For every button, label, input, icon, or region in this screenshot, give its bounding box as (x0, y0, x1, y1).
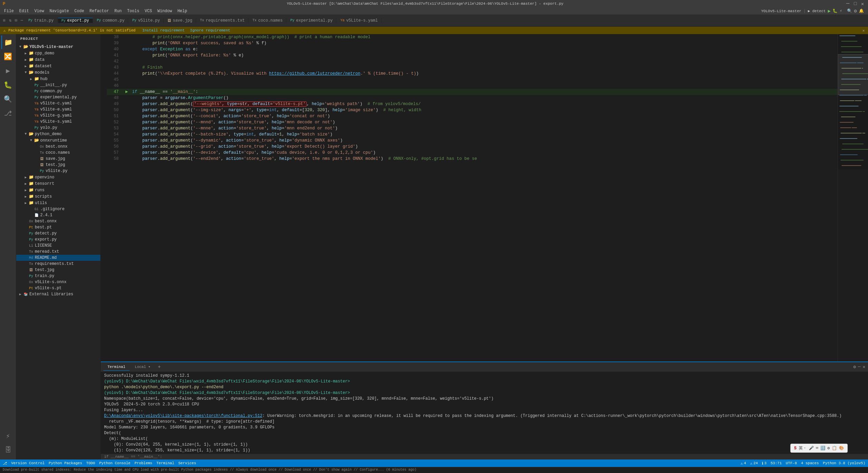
tree-item-best-pt[interactable]: Pt best.pt (16, 224, 100, 230)
menu-item-vcs[interactable]: VCS (142, 8, 155, 14)
ime-icon6[interactable]: 🎨 (839, 446, 844, 451)
ime-icon5[interactable]: 📋 (832, 446, 837, 451)
collapse-all-icon[interactable]: ⊟ (14, 17, 19, 24)
tab-coco[interactable]: Tx coco.names (249, 18, 286, 23)
tree-item-scripts[interactable]: ▶ 📁 scripts (16, 193, 100, 200)
tree-item-requirements[interactable]: Tx requirements.txt (16, 261, 100, 267)
install-requirement-link[interactable]: Install requirement (142, 28, 185, 32)
tree-item-meread[interactable]: Tx meread.txt (16, 249, 100, 255)
activity-project-icon[interactable]: 📁 (1, 35, 15, 49)
status-problems[interactable]: Problems (135, 461, 152, 465)
tree-item-dataset[interactable]: ▶ 📁 dataset (16, 63, 100, 69)
tree-item-save-jpg[interactable]: 🖼 save.jpg (16, 156, 100, 162)
more-actions-icon[interactable]: ⋯ (19, 17, 24, 24)
terminal-close-icon[interactable]: ✕ (863, 364, 865, 370)
debug-button[interactable]: 🐛 (833, 8, 838, 14)
terminal-settings-icon[interactable]: ⚙ (853, 364, 856, 370)
tree-item-init[interactable]: Py __init__.py (16, 82, 100, 88)
tree-item-runs[interactable]: ▶ 📁 runs (16, 187, 100, 193)
ime-icon2[interactable]: ⌨ (816, 446, 818, 451)
tree-item-v5lite-py[interactable]: Py v5lite.py (16, 168, 100, 174)
notifications-icon[interactable]: 🔔 (859, 8, 864, 14)
warning-close-icon[interactable]: ✕ (862, 28, 865, 33)
menu-item-code[interactable]: Code (72, 8, 87, 14)
menu-item-run[interactable]: Run (112, 8, 124, 14)
ime-icon3[interactable]: 🔠 (820, 446, 825, 451)
tree-item-common-py[interactable]: Py common.py (16, 88, 100, 94)
status-python-packages[interactable]: Python Packages (49, 461, 82, 465)
tree-item-train-py[interactable]: Py train.py (16, 273, 100, 279)
tab-train[interactable]: Py train.py (25, 18, 57, 23)
tree-item-experimental-py[interactable]: Py experimental.py (16, 94, 100, 100)
menu-item-navigate[interactable]: Navigate (47, 8, 72, 14)
ignore-requirement-link[interactable]: Ignore requirement (190, 28, 230, 32)
tree-item-v5lite-g[interactable]: Ya v5lite-g.yaml (16, 113, 100, 119)
tree-item-readme[interactable]: Md README.md (16, 255, 100, 261)
activity-commit-icon[interactable]: 🔀 (1, 50, 15, 63)
ime-icon1[interactable]: 🎤 (809, 446, 814, 451)
activity-structure-icon[interactable]: ⚡ (1, 429, 15, 443)
status-services[interactable]: Services (178, 461, 196, 465)
tree-item-python-demo[interactable]: ▼ 📂 python_demo (16, 131, 100, 137)
tab-experimental[interactable]: Py experimental.py (287, 18, 336, 23)
sidebar-toggle-icon[interactable]: ≡ (1, 17, 7, 25)
tree-item-v5lite-s-pt[interactable]: Pt v5lite-s.pt (16, 285, 100, 291)
tree-item-utils[interactable]: ▶ 📁 utils (16, 200, 100, 206)
tab-save[interactable]: 🖼 save.jpg (164, 18, 196, 23)
tree-item-license[interactable]: Li LICENSE (16, 243, 100, 249)
add-terminal-btn[interactable]: + (156, 364, 163, 370)
tree-item-coco-names[interactable]: Tx coco.names (16, 150, 100, 156)
activity-database-icon[interactable]: 🗄 (1, 443, 15, 457)
activity-run-icon[interactable]: ▶ (1, 64, 15, 77)
menu-item-edit[interactable]: Edit (17, 8, 32, 14)
tree-item-best-onnx-2[interactable]: Ox best.onnx (16, 218, 100, 224)
restore-btn[interactable]: □ (852, 1, 858, 6)
tree-item-cpp-demo[interactable]: ▶ 📁 cpp_demo (16, 50, 100, 56)
structure-icon[interactable]: ⇅ (7, 17, 13, 24)
tab-common[interactable]: Py common.py (94, 18, 128, 23)
tree-item-export-py[interactable]: Py export.py (16, 236, 100, 243)
tree-item-v5lite-c[interactable]: Ya v5lite-c.yaml (16, 100, 100, 106)
tree-item-test-jpg[interactable]: 🖼 test.jpg (16, 162, 100, 168)
run-button[interactable]: ▶ (828, 8, 830, 14)
activity-debug-icon[interactable]: 🐛 (1, 78, 15, 92)
settings-gear-icon[interactable]: ⚙ (854, 8, 857, 14)
activity-git-icon[interactable]: ⎇ (1, 106, 15, 120)
tree-item-gitignore[interactable]: Gi .gitignore (16, 206, 100, 212)
menu-item-help[interactable]: Help (175, 8, 190, 14)
tree-item-onnxruntime[interactable]: ▼ 📂 onnxruntime (16, 137, 100, 144)
minimize-btn[interactable]: ─ (845, 1, 851, 7)
tree-item-best-onnx-1[interactable]: Ox best.onnx (16, 144, 100, 150)
menu-item-refactor[interactable]: Refactor (87, 8, 112, 14)
tree-item-test-jpg-root[interactable]: 🖼 test.jpg (16, 267, 100, 273)
terminal-minimize-icon[interactable]: ─ (858, 364, 861, 370)
menu-item-view[interactable]: View (32, 8, 47, 14)
tree-item-data[interactable]: ▶ 📁 data (16, 56, 100, 63)
tab-export[interactable]: Py export.py (58, 18, 93, 23)
status-terminal[interactable]: Terminal (156, 461, 174, 465)
tree-item-detect-py[interactable]: Py detect.py (16, 230, 100, 236)
tree-item-hub[interactable]: ▶ 📁 hub (16, 76, 100, 82)
tree-item-tensorrt[interactable]: ▶ 📁 tensorrt (16, 180, 100, 187)
menu-item-window[interactable]: Window (155, 8, 175, 14)
ime-icon4[interactable]: ⚙ (827, 446, 830, 451)
status-todo[interactable]: TODO (86, 461, 95, 465)
tab-terminal[interactable]: Terminal (103, 364, 129, 371)
activity-find-icon[interactable]: 🔍 (1, 92, 15, 106)
tab-requirements[interactable]: Tx requirements.txt (197, 18, 248, 23)
tab-v5lite[interactable]: Py v5lite.py (129, 18, 164, 23)
tree-item-241[interactable]: 📄 2.4.1 (16, 212, 100, 218)
menu-item-file[interactable]: File (1, 8, 17, 14)
tab-local[interactable]: Local ▾ (131, 363, 154, 371)
close-btn[interactable]: ✕ (860, 1, 865, 7)
status-version-control[interactable]: Version Control (11, 461, 45, 465)
status-python-console[interactable]: Python Console (99, 461, 130, 465)
tree-item-openvino[interactable]: ▶ 📁 openvino (16, 174, 100, 180)
tree-item-v5lite-e[interactable]: Ya v5lite-e.yaml (16, 106, 100, 113)
search-everywhere-btn[interactable]: 🔍 (847, 8, 852, 14)
code-editor[interactable]: 38 # print(onnx.helper.printable_graph(o… (101, 34, 868, 362)
tree-item-external-libraries[interactable]: ▶ 📚 External Libraries (16, 291, 100, 297)
profile-button[interactable]: ⚡ (840, 8, 842, 14)
tree-item-root[interactable]: ▼ 📂 YOLOv5-Lite-master (16, 44, 100, 50)
menu-item-tools[interactable]: Tools (124, 8, 142, 14)
